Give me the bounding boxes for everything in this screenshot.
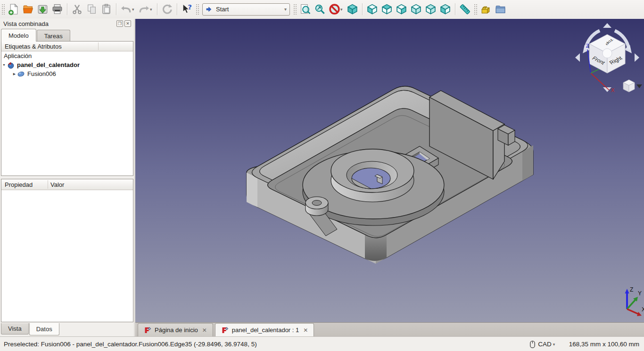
tab-vista[interactable]: Vista: [1, 323, 29, 334]
print-icon: [51, 3, 63, 15]
nav-axis-z-label: Z: [586, 43, 589, 49]
view-front-button[interactable]: [365, 2, 380, 17]
whats-this-button[interactable]: ?: [180, 2, 194, 17]
blue-folder-icon: [495, 3, 506, 15]
draw-style-button[interactable]: [327, 2, 342, 17]
view-top-button[interactable]: [380, 2, 394, 17]
part-yellow-icon: [480, 3, 492, 15]
tree-application-label: Aplicación: [4, 52, 32, 59]
value-col-label: Valor: [47, 181, 64, 188]
tree-expand-arrow[interactable]: ▼: [1, 63, 7, 67]
view-bottom-icon: [425, 3, 437, 15]
tree-item-fusion[interactable]: ▶ Fusion006: [1, 69, 133, 78]
viewport-dimensions: 168,35 mm x 100,60 mm: [569, 341, 639, 348]
view-rear-button[interactable]: [409, 2, 423, 17]
main-toolbar: ▾ ▾ ? Start: [0, 0, 644, 18]
measure-distance-button[interactable]: [458, 2, 472, 17]
view-axonometric-icon: [347, 3, 358, 15]
tab-datos[interactable]: Datos: [29, 323, 59, 335]
tree-header[interactable]: Etiquetas & Atributos: [1, 42, 133, 51]
tree-collapse-arrow[interactable]: ▶: [12, 72, 17, 76]
property-header[interactable]: Propiedad Valor: [1, 179, 133, 190]
new-document-button[interactable]: [6, 2, 21, 17]
model-panel-del-calentador[interactable]: Top Front Right Z X: [135, 19, 644, 322]
tree-header-label: Etiquetas & Atributos: [1, 43, 62, 50]
tree-document-label: panel_del_calentador: [17, 61, 80, 68]
panel-close-button[interactable]: ✕: [124, 20, 131, 27]
refresh-button[interactable]: [160, 2, 174, 17]
3d-viewport[interactable]: Top Front Right Z X: [135, 19, 644, 322]
axis-y-label: Y: [638, 290, 642, 297]
fit-all-button[interactable]: [298, 2, 313, 17]
save-icon: [37, 3, 49, 15]
property-header-divider[interactable]: [48, 180, 48, 189]
status-bar: Preselected: Fusion006 - panel_del_calen…: [0, 336, 644, 351]
toolbar-grip[interactable]: [293, 4, 297, 15]
view-rear-icon: [410, 3, 422, 15]
open-document-button[interactable]: [21, 2, 35, 17]
tab-close-icon[interactable]: ✕: [303, 327, 308, 334]
new-document-icon: [8, 3, 19, 15]
property-editor: Propiedad Valor: [1, 179, 133, 322]
view-top-icon: [381, 3, 393, 15]
tab-close-icon[interactable]: ✕: [202, 327, 207, 334]
freecad-doc-icon: [144, 326, 151, 334]
axis-z-label: Z: [630, 286, 633, 293]
view-axonometric-button[interactable]: [345, 2, 360, 17]
tab-start-page[interactable]: Página de inicio ✕: [138, 323, 213, 336]
nav-axis-x-label: X: [611, 87, 615, 93]
view-front-icon: [366, 3, 378, 15]
draw-style-icon: [329, 3, 340, 15]
property-tabs: Vista Datos: [1, 323, 60, 335]
tab-document[interactable]: panel_del_calentador : 1 ✕: [215, 323, 314, 336]
draw-style-dropdown[interactable]: ▾: [340, 7, 345, 12]
panel-float-button[interactable]: ❐: [116, 20, 123, 27]
nav-mini-cube[interactable]: [623, 80, 635, 92]
toolbar-grip[interactable]: [1, 4, 5, 15]
undo-dropdown[interactable]: ▾: [132, 7, 137, 12]
view-left-button[interactable]: [438, 2, 453, 17]
tab-tareas[interactable]: Tareas: [37, 30, 70, 42]
copy-button[interactable]: [84, 2, 99, 17]
redo-icon: [138, 3, 150, 15]
view-right-button[interactable]: [394, 2, 409, 17]
workbench-dropdown-arrow: ▾: [284, 7, 287, 12]
group-button[interactable]: [493, 2, 508, 17]
tree-item-application[interactable]: Aplicación: [1, 51, 133, 60]
toolbar-separator: [362, 3, 363, 15]
redo-button[interactable]: [137, 2, 151, 17]
save-document-button[interactable]: [35, 2, 50, 17]
document-tab-bar: Página de inicio ✕ panel_del_calentador …: [135, 322, 644, 336]
paste-icon: [100, 3, 112, 15]
tab-modelo[interactable]: Modelo: [1, 29, 36, 42]
toolbar-separator: [455, 3, 455, 15]
zoom-button[interactable]: [313, 2, 327, 17]
toolbar-grip[interactable]: [474, 4, 477, 15]
combined-view-panel: Vista combinada ❐ ✕ Modelo Tareas Etique…: [0, 19, 134, 336]
toolbar-separator: [116, 3, 116, 15]
property-col-label: Propiedad: [1, 181, 47, 188]
toolbar-separator: [177, 3, 177, 15]
open-folder-icon: [22, 3, 34, 15]
fusion-icon: [17, 70, 25, 78]
cut-button[interactable]: [70, 2, 84, 17]
mouse-icon: [530, 341, 535, 348]
view-left-icon: [439, 3, 451, 15]
part-simple-copy-button[interactable]: [479, 2, 493, 17]
refresh-icon: [161, 3, 173, 15]
tab-document-label: panel_del_calentador : 1: [232, 326, 299, 334]
tree-item-document[interactable]: ▼ panel_del_calentador: [1, 60, 133, 69]
paste-button[interactable]: [99, 2, 114, 17]
view-right-icon: [396, 3, 407, 15]
panel-title: Vista combinada: [0, 19, 134, 29]
view-bottom-button[interactable]: [423, 2, 438, 17]
workbench-selector[interactable]: Start ▾: [202, 3, 290, 16]
tree-fusion-label: Fusion006: [27, 70, 56, 77]
nav-style-selector[interactable]: CAD: [538, 341, 552, 348]
fit-all-icon: [299, 3, 311, 15]
nav-style-dropdown[interactable]: ▾: [553, 342, 558, 347]
toolbar-grip[interactable]: [196, 4, 199, 15]
print-button[interactable]: [50, 2, 65, 17]
undo-button[interactable]: [119, 2, 133, 17]
redo-dropdown[interactable]: ▾: [150, 7, 155, 12]
